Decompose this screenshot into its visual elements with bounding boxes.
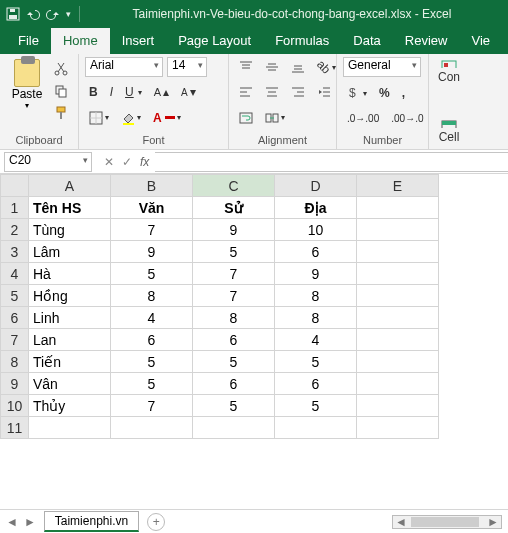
row-header[interactable]: 7 [1,329,29,351]
row-header[interactable]: 8 [1,351,29,373]
cell[interactable]: 5 [275,351,357,373]
cell[interactable]: 5 [111,263,193,285]
tab-data[interactable]: Data [341,28,392,54]
cell[interactable]: 8 [193,307,275,329]
format-painter-button[interactable] [50,103,72,123]
fx-icon[interactable]: fx [140,155,149,169]
increase-decimal-button[interactable]: .0→.00 [343,110,383,127]
column-header[interactable]: E [357,175,439,197]
cell[interactable]: Hồng [29,285,111,307]
cell[interactable]: 5 [111,373,193,395]
undo-icon[interactable] [26,7,40,21]
cell[interactable] [357,395,439,417]
row-header[interactable]: 11 [1,417,29,439]
tab-review[interactable]: Review [393,28,460,54]
cell[interactable]: 8 [275,285,357,307]
cell[interactable]: 8 [111,285,193,307]
cell[interactable]: 9 [275,263,357,285]
cell[interactable]: 8 [275,307,357,329]
tab-file[interactable]: File [6,28,51,54]
sheet-nav-next-icon[interactable]: ► [24,515,36,529]
cell[interactable]: 7 [111,395,193,417]
sheet-nav-prev-icon[interactable]: ◄ [6,515,18,529]
cell[interactable]: 6 [193,373,275,395]
cancel-formula-icon[interactable]: ✕ [104,155,114,169]
cell[interactable]: 5 [193,395,275,417]
name-box[interactable]: C20 [4,152,92,172]
decrease-font-button[interactable]: A▾ [177,82,200,102]
number-format-combo[interactable]: General [343,57,421,77]
align-left-button[interactable] [235,82,257,102]
cell[interactable] [357,307,439,329]
column-header[interactable]: B [111,175,193,197]
row-header[interactable]: 9 [1,373,29,395]
qat-customize-icon[interactable]: ▾ [66,9,71,19]
cell[interactable]: 5 [193,241,275,263]
cell[interactable] [357,263,439,285]
decrease-decimal-button[interactable]: .00→.0 [387,110,427,127]
cell[interactable]: 10 [275,219,357,241]
tab-insert[interactable]: Insert [110,28,167,54]
cell[interactable]: Văn [111,197,193,219]
font-color-button[interactable]: A▾ [149,108,185,128]
conditional-formatting-button[interactable]: Con [435,57,463,87]
cell[interactable]: 9 [111,241,193,263]
horizontal-scrollbar[interactable]: ◄► [392,515,502,529]
cell[interactable]: Tên HS [29,197,111,219]
cell[interactable] [111,417,193,439]
column-header[interactable]: C [193,175,275,197]
row-header[interactable]: 5 [1,285,29,307]
formula-input[interactable] [155,152,508,172]
merge-button[interactable]: ▾ [261,108,289,128]
cell[interactable]: Địa [275,197,357,219]
cell[interactable] [357,373,439,395]
cell[interactable]: 4 [111,307,193,329]
row-header[interactable]: 2 [1,219,29,241]
cell[interactable]: Lan [29,329,111,351]
paste-button[interactable]: Paste ▾ [6,57,48,123]
cell[interactable]: 7 [193,285,275,307]
italic-button[interactable]: I [106,82,117,102]
column-header[interactable]: A [29,175,111,197]
cell[interactable]: 9 [193,219,275,241]
cell[interactable]: Sử [193,197,275,219]
bold-button[interactable]: B [85,82,102,102]
comma-button[interactable]: , [398,83,409,103]
column-header[interactable]: D [275,175,357,197]
save-icon[interactable] [6,7,20,21]
cell[interactable] [357,417,439,439]
cell-styles-button[interactable]: Cell [435,117,463,147]
scroll-right-icon[interactable]: ► [485,515,501,529]
cell[interactable]: Tùng [29,219,111,241]
tab-view[interactable]: Vie [459,28,502,54]
tab-page-layout[interactable]: Page Layout [166,28,263,54]
cell[interactable] [193,417,275,439]
cell[interactable] [357,219,439,241]
wrap-text-button[interactable] [235,108,257,128]
select-all-corner[interactable] [1,175,29,197]
font-name-combo[interactable]: Arial [85,57,163,77]
cell[interactable]: 4 [275,329,357,351]
cell[interactable]: 6 [111,329,193,351]
cell[interactable]: 6 [193,329,275,351]
cell[interactable] [357,351,439,373]
tab-formulas[interactable]: Formulas [263,28,341,54]
increase-font-button[interactable]: A▴ [150,82,173,102]
underline-button[interactable]: U▾ [121,82,146,102]
cell[interactable]: Lâm [29,241,111,263]
row-header[interactable]: 10 [1,395,29,417]
cell[interactable]: Linh [29,307,111,329]
row-header[interactable]: 3 [1,241,29,263]
borders-button[interactable]: ▾ [85,108,113,128]
cell[interactable] [357,241,439,263]
redo-icon[interactable] [46,7,60,21]
fill-color-button[interactable]: ▾ [117,108,145,128]
percent-button[interactable]: % [375,83,394,103]
align-bottom-button[interactable] [287,57,309,77]
scroll-left-icon[interactable]: ◄ [393,515,409,529]
cell[interactable]: Hà [29,263,111,285]
row-header[interactable]: 1 [1,197,29,219]
align-center-button[interactable] [261,82,283,102]
enter-formula-icon[interactable]: ✓ [122,155,132,169]
cell[interactable] [357,197,439,219]
